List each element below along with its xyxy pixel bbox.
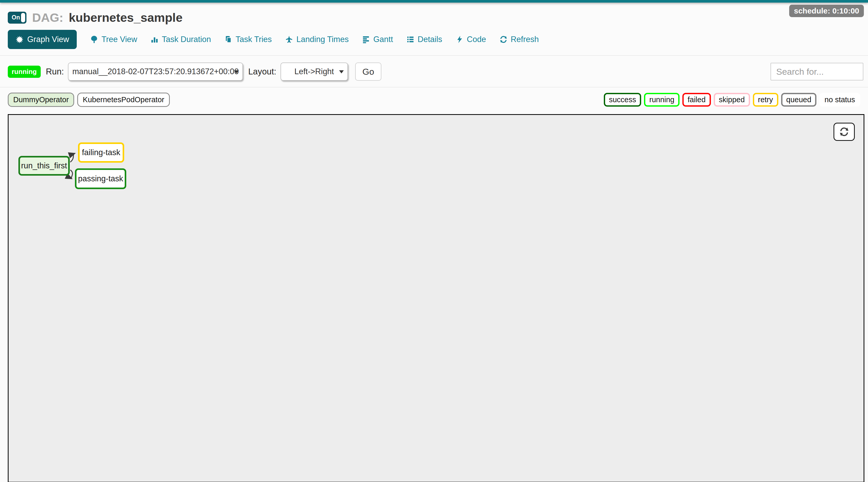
tab-landing-times[interactable]: Landing Times (285, 30, 349, 49)
legend-state-retry: retry (753, 93, 778, 107)
tab-gantt[interactable]: Gantt (362, 30, 393, 49)
tab-label: Gantt (373, 35, 393, 44)
tab-label: Graph View (27, 35, 69, 44)
toggle-on-label: On (8, 14, 20, 21)
layout-select-value: Left->Right (294, 67, 334, 76)
tab-label: Code (467, 35, 486, 44)
dag-edges (8, 115, 864, 482)
run-select-value: manual__2018-02-07T23:57:20.913672+00:00 (72, 67, 239, 76)
tab-label: Tree View (101, 35, 137, 44)
go-button[interactable]: Go (355, 62, 381, 81)
tab-task-tries[interactable]: Task Tries (224, 30, 272, 49)
run-label: Run: (46, 67, 64, 77)
dag-name: kubernetes_sample (69, 11, 183, 24)
copy-icon (224, 35, 232, 43)
divider (0, 55, 868, 56)
bolt-icon (456, 35, 464, 43)
tab-code[interactable]: Code (456, 30, 486, 49)
tab-label: Refresh (511, 35, 539, 44)
divider (0, 87, 868, 87)
task-node-passing-task[interactable]: passing-task (75, 168, 126, 189)
dag-graph-canvas[interactable]: run_this_first failing-task passing-task (8, 114, 864, 482)
legend-state-failed: failed (682, 93, 711, 107)
dag-on-off-toggle[interactable]: On (8, 12, 26, 24)
task-node-label: failing-task (82, 148, 120, 157)
refresh-icon (500, 35, 507, 43)
run-controls-bar: running Run: manual__2018-02-07T23:57:20… (0, 62, 868, 81)
tab-label: Details (418, 35, 442, 44)
toggle-knob (21, 13, 25, 22)
layout-label: Layout: (248, 67, 276, 77)
align-left-icon (362, 35, 370, 43)
layout-select[interactable]: Left->Right (281, 62, 348, 81)
tab-label: Landing Times (296, 35, 349, 44)
tab-task-duration[interactable]: Task Duration (151, 30, 211, 49)
sunburst-icon (16, 35, 24, 43)
legend-state-queued: queued (781, 93, 817, 107)
tab-label: Task Duration (162, 35, 211, 44)
task-node-label: run_this_first (21, 161, 67, 171)
tree-icon (90, 35, 98, 43)
legend-bar: DummyOperator KubernetesPodOperator succ… (0, 93, 868, 107)
tab-details[interactable]: Details (406, 30, 442, 49)
top-accent-bar (0, 0, 868, 3)
legend-operator-dummy: DummyOperator (8, 93, 74, 107)
bar-chart-icon (151, 35, 158, 43)
tab-refresh[interactable]: Refresh (500, 30, 539, 49)
legend-state-running: running (644, 93, 680, 107)
legend-state-success: success (604, 93, 642, 107)
tab-tree-view[interactable]: Tree View (90, 30, 137, 49)
run-select[interactable]: manual__2018-02-07T23:57:20.913672+00:00 (68, 62, 243, 81)
task-node-label: passing-task (78, 174, 123, 183)
chevron-down-icon (234, 70, 239, 73)
tab-label: Task Tries (236, 35, 272, 44)
search-input[interactable] (771, 63, 863, 81)
task-node-failing-task[interactable]: failing-task (78, 143, 124, 163)
plane-icon (285, 35, 293, 43)
graph-refresh-button[interactable] (834, 123, 855, 141)
legend-operator-kubernetespod: KubernetesPodOperator (77, 93, 169, 107)
legend-state-no-status: no status (819, 93, 860, 107)
page-header: On DAG: kubernetes_sample schedule: 0:10… (0, 3, 868, 25)
task-node-run-this-first[interactable]: run_this_first (19, 156, 70, 176)
page-title: DAG: kubernetes_sample (32, 10, 183, 25)
schedule-badge: schedule: 0:10:00 (789, 5, 864, 17)
dag-prefix-label: DAG: (32, 11, 63, 24)
list-icon (406, 35, 414, 43)
run-state-badge: running (8, 66, 41, 78)
refresh-icon (839, 127, 849, 137)
view-tabs: Graph View Tree View Task Duration Task … (8, 30, 868, 49)
chevron-down-icon (339, 70, 344, 73)
legend-state-skipped: skipped (714, 93, 750, 107)
tab-graph-view[interactable]: Graph View (8, 30, 77, 49)
